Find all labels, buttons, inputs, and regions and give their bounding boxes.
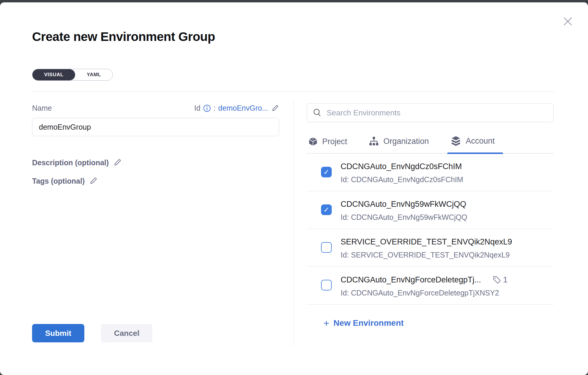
cube-icon [308,136,318,147]
tab-organization[interactable]: Organization [367,134,430,153]
environment-name: CDCNGAuto_EnvNg59wFkWCjQQ [341,200,466,209]
header-divider [32,91,556,92]
environment-row[interactable]: CDCNGAuto_EnvNgdCz0sFChIM Id: CDCNGAuto_… [307,154,554,191]
environment-row[interactable]: SERVICE_OVERRIDE_TEST_ENVQik2NqexL9 Id: … [307,229,554,267]
active-tab-underline [447,152,503,154]
environment-row[interactable]: CDCNGAuto_EnvNgForceDeletegpTj... 1 Id: … [307,267,554,305]
environment-list: CDCNGAuto_EnvNgdCz0sFChIM Id: CDCNGAuto_… [307,154,554,306]
layers-icon [450,135,461,147]
toggle-visual[interactable]: VISUAL [32,69,75,80]
new-environment-button[interactable]: + New Environment [323,318,404,328]
create-environment-group-dialog: Create new Environment Group VISUAL YAML… [0,2,588,375]
environment-group-id-link[interactable]: demoEnvGro... [218,104,268,112]
environment-id: Id: CDCNGAuto_EnvNg59wFkWCjQQ [341,213,467,222]
search-icon [313,108,322,117]
id-label: Id [194,104,200,112]
environment-checkbox[interactable] [321,242,332,253]
environment-checkbox[interactable] [321,280,332,290]
tab-project-label: Project [322,137,347,146]
environment-name: CDCNGAuto_EnvNgForceDeletegpTj... [341,275,481,285]
name-label: Name [32,104,52,112]
visual-yaml-toggle: VISUAL YAML [32,69,113,81]
name-input[interactable] [32,118,279,136]
submit-button[interactable]: Submit [32,324,84,342]
cancel-button[interactable]: Cancel [101,324,152,342]
environment-checkbox[interactable] [321,167,332,177]
page-title: Create new Environment Group [32,30,215,44]
environment-id: Id: CDCNGAuto_EnvNgForceDeletegpTjXNSY2 [341,289,508,297]
environment-checkbox[interactable] [321,204,332,215]
edit-tags-pencil-icon[interactable] [89,177,98,185]
toggle-yaml[interactable]: YAML [75,69,113,80]
search-environments-input[interactable] [307,103,554,122]
new-environment-label: New Environment [333,318,404,328]
tag-count: 1 [503,275,508,285]
id-colon: : [214,104,216,112]
tag-icon [492,275,501,284]
close-icon[interactable] [561,15,574,28]
form-panel: Name Id : demoEnvGro... [32,100,281,375]
description-label: Description (optional) [32,158,109,167]
scope-tabs: Project [307,134,554,154]
tab-account[interactable]: Account [449,134,496,153]
environment-picker-panel: Project [307,100,555,375]
edit-id-pencil-icon[interactable] [271,104,279,112]
environment-row[interactable]: CDCNGAuto_EnvNg59wFkWCjQQ Id: CDCNGAuto_… [307,191,554,229]
column-divider [293,100,294,347]
plus-icon: + [323,319,329,327]
tab-organization-label: Organization [383,137,429,146]
environment-id: Id: CDCNGAuto_EnvNgdCz0sFChIM [341,175,463,184]
org-chart-icon [369,136,379,147]
environment-id: Id: SERVICE_OVERRIDE_TEST_ENVQik2NqexL9 [341,251,512,259]
tags-label: Tags (optional) [32,177,85,185]
tab-account-label: Account [466,136,495,146]
environment-name: SERVICE_OVERRIDE_TEST_ENVQik2NqexL9 [341,237,512,247]
environment-name: CDCNGAuto_EnvNgdCz0sFChIM [341,162,462,171]
edit-description-pencil-icon[interactable] [113,158,122,167]
tab-project[interactable]: Project [307,135,348,153]
info-icon[interactable] [203,104,211,112]
tags-badge: 1 [492,275,508,285]
